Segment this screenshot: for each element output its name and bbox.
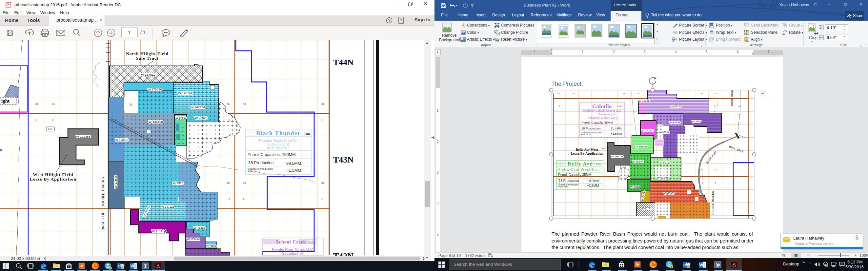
svg-text:6: 6 — [52, 118, 54, 122]
svg-text:36: 36 — [35, 102, 39, 105]
svg-text:North Hilight Field: North Hilight Field — [126, 51, 168, 56]
svg-text:T43N: T43N — [333, 155, 353, 165]
svg-text:West Hilight Field: West Hilight Field — [33, 172, 73, 177]
svg-text:LMU: LMU — [304, 132, 310, 136]
svg-text:6: 6 — [243, 197, 245, 201]
svg-text:5: 5 — [110, 267, 111, 269]
svg-text:1: 1 — [321, 118, 323, 122]
svg-text:ight: ight — [1, 98, 9, 104]
svg-text:36: 36 — [321, 103, 324, 106]
svg-text:W-174596: W-174596 — [114, 175, 117, 188]
svg-text:36: 36 — [321, 181, 324, 184]
svg-text:−1.5MM: −1.5MM — [286, 168, 301, 173]
svg-text:450: 450 — [48, 128, 53, 131]
svg-text:O: O — [683, 263, 686, 267]
svg-text:W-147924: W-147924 — [190, 105, 205, 109]
svg-text:LMU: LMU — [309, 240, 314, 243]
svg-text:W-146744: W-146744 — [178, 91, 192, 95]
svg-text:31: 31 — [243, 103, 246, 106]
svg-text:W-87582: W-87582 — [176, 116, 187, 119]
svg-text:Arch Coal Inc.: Arch Coal Inc. — [267, 146, 290, 150]
svg-text:BNSF + UP: BNSF + UP — [101, 212, 105, 230]
svg-text:V=71692: V=71692 — [206, 244, 216, 247]
svg-text:W-150318: W-150318 — [116, 138, 128, 142]
svg-text:Subsidiary of:: Subsidiary of: — [282, 251, 304, 255]
svg-text:5: 5 — [671, 265, 672, 268]
svg-text:T42N: T42N — [333, 251, 353, 256]
svg-text:T44N: T44N — [333, 58, 353, 67]
svg-text:From 2014: From 2014 — [248, 170, 260, 173]
svg-text:W-151134: W-151134 — [152, 229, 166, 233]
svg-text:W-136458: W-136458 — [149, 120, 163, 124]
svg-text:1: 1 — [145, 120, 146, 123]
svg-text:1: 1 — [321, 197, 323, 201]
svg-text:Sale Tract: Sale Tract — [136, 56, 158, 61]
svg-text:?: ? — [388, 19, 390, 22]
svg-text:x: x — [400, 19, 402, 22]
svg-text:1: 1 — [35, 118, 37, 122]
svg-text:99.5MM: 99.5MM — [286, 161, 301, 166]
svg-text:W-164812: W-164812 — [141, 73, 155, 76]
svg-text:Lease By Application: Lease By Application — [30, 177, 76, 181]
svg-text:36: 36 — [226, 181, 230, 184]
svg-text:W-23928: W-23928 — [195, 116, 207, 120]
svg-text:Black Thunder: Black Thunder — [256, 130, 301, 137]
svg-text:DOUBLE TRACKS: DOUBLE TRACKS — [101, 177, 105, 207]
svg-text:31: 31 — [52, 102, 55, 105]
svg-text:Powder River Mining LLC.: Powder River Mining LLC. — [272, 247, 314, 251]
svg-text:36: 36 — [226, 103, 230, 106]
svg-text:31: 31 — [243, 181, 246, 184]
svg-text:School Creek: School Creek — [276, 240, 306, 244]
svg-text:W-172388: W-172388 — [76, 135, 91, 138]
svg-text:W-175096: W-175096 — [148, 88, 162, 91]
svg-text:36: 36 — [129, 103, 132, 106]
svg-text:'15 Production: '15 Production — [248, 161, 274, 165]
svg-text:W-147221: W-147221 — [161, 205, 174, 208]
svg-text:W: W — [700, 263, 703, 267]
svg-text:W-172414: W-172414 — [187, 238, 200, 241]
svg-text:W-2313: W-2313 — [173, 181, 183, 185]
svg-text:1: 1 — [228, 197, 230, 201]
svg-text:Permit Capacities: 190MM: Permit Capacities: 190MM — [248, 153, 296, 157]
svg-text:W-71692: W-71692 — [194, 226, 205, 229]
svg-text:6: 6 — [228, 118, 230, 122]
